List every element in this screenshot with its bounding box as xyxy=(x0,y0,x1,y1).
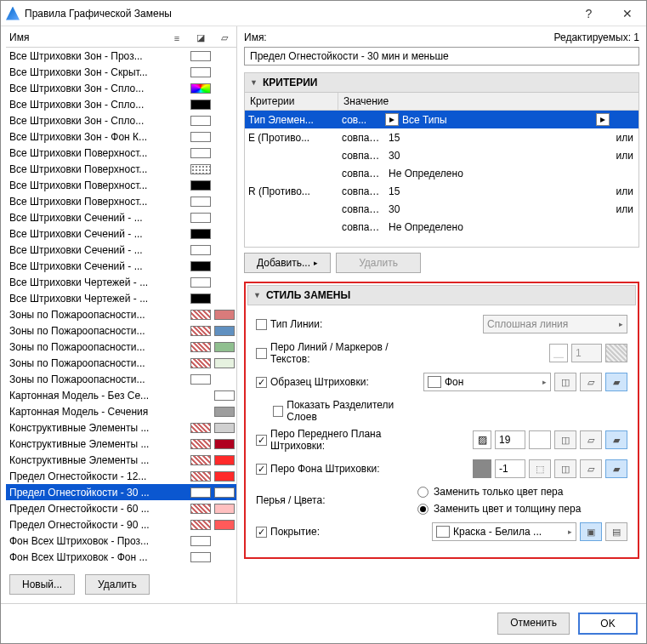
surface-mode-1-button[interactable]: ▣ xyxy=(580,522,602,541)
rule-row[interactable]: Фон Всех Штриховок - Проз... xyxy=(6,533,236,549)
rule-row[interactable]: Все Штриховки Сечений - ... xyxy=(6,242,236,258)
fill-pattern-dropdown[interactable]: Фон ▸ xyxy=(423,373,551,391)
rule-name: Зоны по Пожароопасности... xyxy=(9,341,165,353)
new-rule-button[interactable]: Новый... xyxy=(9,574,75,595)
surface-checkbox[interactable] xyxy=(256,527,267,538)
col-header-icon-2: ◪ xyxy=(189,32,213,43)
bg-pen-transparent-button[interactable]: ⬚ xyxy=(529,459,551,478)
name-column-header: Имя xyxy=(9,31,165,43)
replace-color-thickness-radio[interactable] xyxy=(417,504,428,515)
rule-row[interactable]: Все Штриховки Сечений - ... xyxy=(6,225,236,242)
pen-color-swatch[interactable] xyxy=(605,344,627,362)
pen-lines-number[interactable] xyxy=(571,344,602,362)
app-icon xyxy=(6,7,20,20)
rule-name: Картонная Модель - Без Се... xyxy=(9,390,165,402)
swatch xyxy=(190,487,211,498)
rule-row[interactable]: Все Штриховки Сечений - ... xyxy=(6,258,236,274)
fill-mode-2-button[interactable]: ▱ xyxy=(580,373,602,391)
chevron-right-icon[interactable]: ▸ xyxy=(596,113,610,126)
rule-row[interactable]: Все Штриховки Зон - Спло... xyxy=(6,112,236,128)
rule-row[interactable]: Предел Огнестойкости - 12... xyxy=(6,468,236,484)
pen-lines-checkbox[interactable] xyxy=(256,348,267,359)
cancel-button[interactable]: Отменить xyxy=(497,613,570,635)
rule-row[interactable]: Все Штриховки Зон - Проз... xyxy=(6,48,236,64)
bg-pen-solid-icon xyxy=(473,459,491,478)
fill-pattern-checkbox[interactable] xyxy=(256,377,267,388)
criteria-row[interactable]: совпад...Не Определено xyxy=(245,164,638,182)
fg-mode-3-button[interactable]: ▰ xyxy=(605,430,627,449)
rule-row[interactable]: Зоны по Пожароопасности... xyxy=(6,322,236,339)
rule-row[interactable]: Все Штриховки Чертежей - ... xyxy=(6,290,236,306)
criteria-row[interactable]: R (Противо...совпад...15или xyxy=(245,182,638,200)
rule-row[interactable]: Картонная Модель - Сечения xyxy=(6,403,236,419)
rule-row[interactable]: Все Штриховки Поверхност... xyxy=(6,145,236,161)
criteria-row[interactable]: Тип Элемен...сов...▸Все Типы▸ xyxy=(245,111,638,128)
style-header[interactable]: ▼ СТИЛЬ ЗАМЕНЫ xyxy=(247,285,636,305)
rule-row[interactable]: Зоны по Пожароопасности... xyxy=(6,355,236,371)
rule-row[interactable]: Все Штриховки Поверхност... xyxy=(6,193,236,209)
rule-row[interactable]: Конструктивные Элементы ... xyxy=(6,436,236,452)
fill-mode-3-button[interactable]: ▰ xyxy=(605,373,627,391)
replace-color-only-radio[interactable] xyxy=(417,487,428,498)
criteria-row[interactable]: E (Противо...совпад...15или xyxy=(245,128,638,146)
bg-pen-checkbox[interactable] xyxy=(256,464,267,475)
swatch xyxy=(214,326,235,336)
line-type-dropdown[interactable]: Сплошная линия ▸ xyxy=(483,315,627,333)
fg-mode-2-button[interactable]: ▱ xyxy=(580,430,602,449)
show-separators-checkbox[interactable] xyxy=(273,406,283,417)
rules-list[interactable]: Все Штриховки Зон - Проз...Все Штриховки… xyxy=(6,47,236,566)
rule-row[interactable]: Конструктивные Элементы ... xyxy=(6,452,236,468)
rules-list-header: Имя ≡ ◪ ▱ xyxy=(6,31,236,47)
rule-row[interactable]: Все Штриховки Зон - Фон К... xyxy=(6,128,236,145)
rule-row[interactable]: Предел Огнестойкости - 60 ... xyxy=(6,500,236,516)
rule-row[interactable]: Предел Огнестойкости - 30 ... xyxy=(6,484,236,500)
rule-row[interactable]: Зоны по Пожароопасности... xyxy=(6,339,236,355)
fill-mode-1-button[interactable]: ◫ xyxy=(554,373,576,391)
surface-dropdown[interactable]: Краска - Белила ... ▸ xyxy=(432,522,576,541)
close-button[interactable]: ✕ xyxy=(608,1,646,26)
ok-button[interactable]: OK xyxy=(578,613,638,635)
rule-name-input[interactable] xyxy=(244,47,639,66)
rule-row[interactable]: Фон Всех Штриховок - Фон ... xyxy=(6,549,236,565)
rule-row[interactable]: Все Штриховки Сечений - ... xyxy=(6,209,236,225)
bg-mode-3-button[interactable]: ▰ xyxy=(605,459,627,478)
criteria-header[interactable]: ▼ КРИТЕРИИ xyxy=(244,72,639,93)
chevron-right-icon[interactable]: ▸ xyxy=(385,113,399,126)
swatch xyxy=(214,423,235,433)
rule-row[interactable]: Конструктивные Элементы ... xyxy=(6,419,236,436)
surface-mode-2-button[interactable]: ▤ xyxy=(605,522,627,541)
fg-pen-number[interactable] xyxy=(495,430,525,449)
fg-pen-color-swatch[interactable] xyxy=(529,430,551,449)
rule-row[interactable]: Картонная Модель - Без Се... xyxy=(6,387,236,403)
rule-row[interactable]: Все Штриховки Поверхност... xyxy=(6,161,236,177)
criteria-row[interactable]: совпад...30или xyxy=(245,146,638,164)
rule-row[interactable]: Все Штриховки Зон - Спло... xyxy=(6,80,236,96)
add-criteria-button[interactable]: Добавить... ▸ xyxy=(244,253,331,273)
swatch xyxy=(190,358,211,368)
bg-pen-number[interactable] xyxy=(495,459,525,478)
swatch xyxy=(214,439,235,449)
swatch xyxy=(214,310,235,320)
swatch xyxy=(190,100,211,110)
line-type-checkbox[interactable] xyxy=(256,319,267,330)
help-button[interactable]: ? xyxy=(570,1,608,26)
bg-mode-2-button[interactable]: ▱ xyxy=(580,459,602,478)
delete-criteria-button[interactable]: Удалить xyxy=(336,253,421,273)
criteria-row[interactable]: совпад...Не Определено xyxy=(245,218,638,236)
delete-rule-button[interactable]: Удалить xyxy=(85,574,150,595)
fg-pen-checkbox[interactable] xyxy=(256,435,267,446)
rule-row[interactable]: Зоны по Пожароопасности... xyxy=(6,371,236,387)
criteria-body[interactable]: Тип Элемен...сов...▸Все Типы▸E (Противо.… xyxy=(245,111,638,247)
rule-row[interactable]: Предел Огнестойкости - 90 ... xyxy=(6,516,236,533)
bg-mode-1-button[interactable]: ◫ xyxy=(554,459,576,478)
rule-name: Конструктивные Элементы ... xyxy=(9,454,165,466)
rule-row[interactable]: Все Штриховки Зон - Спло... xyxy=(6,96,236,112)
rule-row[interactable]: Все Штриховки Поверхност... xyxy=(6,177,236,193)
rule-row[interactable]: Все Штриховки Зон - Скрыт... xyxy=(6,64,236,80)
rule-row[interactable]: Зоны по Пожароопасности... xyxy=(6,306,236,322)
criteria-row[interactable]: совпад...30или xyxy=(245,200,638,218)
rule-row[interactable]: Все Штриховки Чертежей - ... xyxy=(6,274,236,290)
swatch xyxy=(190,261,211,271)
fg-mode-1-button[interactable]: ◫ xyxy=(554,430,576,449)
rule-name: Зоны по Пожароопасности... xyxy=(9,325,165,337)
